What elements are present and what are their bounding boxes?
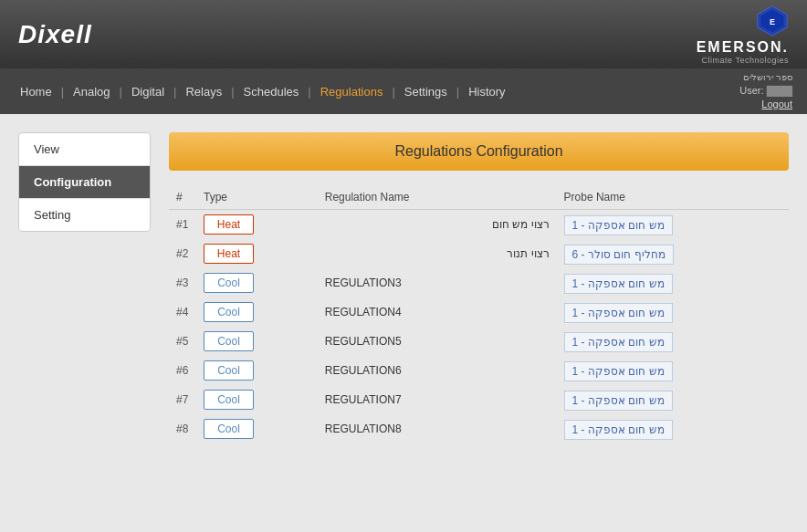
table-row: #4CoolREGULATION4מש חום אספקה - 1 xyxy=(169,297,789,327)
user-label: User: ████ xyxy=(739,84,792,98)
row-type: Cool xyxy=(196,268,318,297)
table-row: #2Heatרצוי תנורמחליף חום סולר - 6 xyxy=(169,239,789,268)
row-type: Heat xyxy=(196,239,318,268)
nav-schedules[interactable]: Schedules xyxy=(238,81,305,102)
sidebar-item-setting[interactable]: Setting xyxy=(19,199,150,231)
row-probe-name: מש חום אספקה - 1 xyxy=(557,210,789,240)
logout-link[interactable]: Logout xyxy=(761,98,792,111)
row-reg-name: REGULATION8 xyxy=(318,414,557,443)
regulations-table: # Type Regulation Name Probe Name #1Heat… xyxy=(169,185,789,443)
row-type: Cool xyxy=(196,327,318,356)
row-reg-name: REGULATION5 xyxy=(318,327,557,356)
row-probe-name: מחליף חום סולר - 6 xyxy=(557,239,789,268)
nav-relays[interactable]: Relays xyxy=(180,81,227,102)
type-btn-cool[interactable]: Cool xyxy=(204,419,254,439)
row-reg-name: REGULATION4 xyxy=(318,297,557,327)
nav-settings[interactable]: Settings xyxy=(399,81,453,102)
type-btn-cool[interactable]: Cool xyxy=(204,302,254,322)
type-btn-cool[interactable]: Cool xyxy=(204,273,254,293)
type-btn-heat[interactable]: Heat xyxy=(204,244,254,264)
header: Dixell E EMERSON. Climate Technologies xyxy=(0,0,807,68)
row-num: #5 xyxy=(169,327,196,356)
nav-analog[interactable]: Analog xyxy=(68,81,115,102)
type-btn-cool[interactable]: Cool xyxy=(204,360,254,381)
row-probe-name: מש חום אספקה - 1 xyxy=(557,327,789,356)
nav-regulations[interactable]: Regulations xyxy=(315,81,389,102)
row-probe-name: מש חום אספקה - 1 xyxy=(557,297,789,327)
row-reg-name: REGULATION3 xyxy=(318,268,557,297)
row-probe-name: מש חום אספקה - 1 xyxy=(557,356,789,385)
row-reg-name: רצוי מש חום xyxy=(318,210,557,240)
sidebar-item-configuration[interactable]: Configuration xyxy=(19,166,150,199)
table-row: #5CoolREGULATION5מש חום אספקה - 1 xyxy=(169,327,789,356)
table-row: #6CoolREGULATION6מש חום אספקה - 1 xyxy=(169,356,789,385)
row-reg-name: REGULATION7 xyxy=(318,385,557,414)
nav-links: Home | Analog | Digital | Relays | Sched… xyxy=(15,81,511,102)
nav-history[interactable]: History xyxy=(463,81,510,102)
sidebar: View Configuration Setting xyxy=(18,132,151,232)
row-probe-name: מש חום אספקה - 1 xyxy=(557,268,789,297)
col-probe-name: Probe Name xyxy=(557,185,789,210)
row-reg-name: REGULATION6 xyxy=(318,356,557,385)
nav-user: ספר ירושלים User: ████ Logout xyxy=(739,71,792,112)
col-type: Type xyxy=(196,185,318,210)
row-num: #8 xyxy=(169,414,196,443)
table-row: #8CoolREGULATION8מש חום אספקה - 1 xyxy=(169,414,789,443)
row-num: #4 xyxy=(169,297,196,327)
emerson-sub: Climate Technologies xyxy=(702,56,789,65)
emerson-brand: EMERSON. xyxy=(697,39,789,56)
type-btn-heat[interactable]: Heat xyxy=(204,214,254,235)
nav-home[interactable]: Home xyxy=(15,81,58,102)
row-probe-name: מש חום אספקה - 1 xyxy=(557,385,789,414)
type-btn-cool[interactable]: Cool xyxy=(204,331,254,351)
table-row: #7CoolREGULATION7מש חום אספקה - 1 xyxy=(169,385,789,414)
table-row: #1Heatרצוי מש חוםמש חום אספקה - 1 xyxy=(169,210,789,240)
type-btn-cool[interactable]: Cool xyxy=(204,390,254,410)
col-num: # xyxy=(169,185,196,210)
row-num: #1 xyxy=(169,210,196,240)
nav-bar: Home | Analog | Digital | Relays | Sched… xyxy=(0,68,807,114)
row-type: Cool xyxy=(196,385,318,414)
row-num: #6 xyxy=(169,356,196,385)
emerson-icon: E xyxy=(756,5,789,37)
nav-digital[interactable]: Digital xyxy=(126,81,170,102)
row-type: Cool xyxy=(196,414,318,443)
svg-text:E: E xyxy=(770,16,775,26)
row-probe-name: מש חום אספקה - 1 xyxy=(557,414,789,443)
row-type: Cool xyxy=(196,356,318,385)
row-num: #2 xyxy=(169,239,196,268)
emerson-logo: E EMERSON. Climate Technologies xyxy=(697,5,789,65)
row-type: Heat xyxy=(196,210,318,240)
user-location: ספר ירושלים xyxy=(743,71,792,84)
row-type: Cool xyxy=(196,297,318,327)
row-num: #7 xyxy=(169,385,196,414)
sidebar-item-view[interactable]: View xyxy=(19,133,150,166)
row-num: #3 xyxy=(169,268,196,297)
table-row: #3CoolREGULATION3מש חום אספקה - 1 xyxy=(169,268,789,297)
page-title: Regulations Configuration xyxy=(169,132,789,171)
dixell-logo: Dixell xyxy=(18,20,92,49)
row-reg-name: רצוי תנור xyxy=(318,239,557,268)
col-reg-name: Regulation Name xyxy=(318,185,557,210)
table-area: Regulations Configuration # Type Regulat… xyxy=(169,132,789,514)
main-content: View Configuration Setting Regulations C… xyxy=(0,114,807,532)
